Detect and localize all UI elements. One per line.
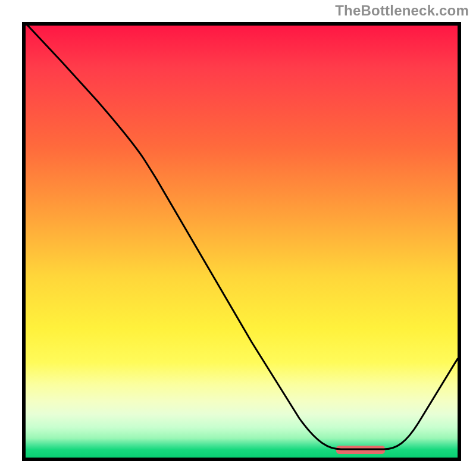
bottleneck-curve	[26, 26, 458, 449]
chart-frame: TheBottleneck.com	[0, 0, 476, 476]
overlay-svg	[26, 26, 458, 458]
plot-area	[22, 22, 461, 461]
watermark-text: TheBottleneck.com	[335, 2, 469, 19]
